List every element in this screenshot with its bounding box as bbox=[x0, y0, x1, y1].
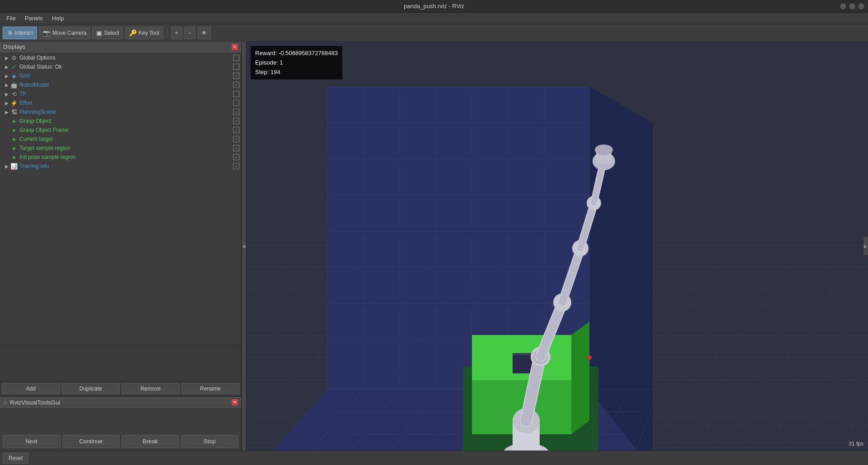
interact-button[interactable]: 🖱 Interact bbox=[3, 27, 37, 39]
duplicate-button[interactable]: Duplicate bbox=[62, 383, 120, 394]
effort-icon: ⚡ bbox=[10, 100, 18, 107]
bottom-bar: Reset bbox=[0, 451, 868, 465]
break-button[interactable]: Break bbox=[121, 435, 179, 448]
display-item-planningscene[interactable]: ▶ 🏗 PlanningScene ✓ bbox=[0, 107, 241, 116]
display-item-init-pose-sample-region[interactable]: ● Init pose sample region ✓ bbox=[0, 153, 241, 162]
info-overlay: Reward: -0.5068958372788483 Episode: 1 S… bbox=[251, 46, 342, 79]
move-camera-button[interactable]: 📷 Move Camera bbox=[39, 27, 90, 39]
displays-empty-area bbox=[0, 345, 241, 381]
continue-button[interactable]: Continue bbox=[62, 435, 120, 448]
menu-panels[interactable]: Panels bbox=[20, 14, 47, 23]
display-name-grid: Grid bbox=[19, 73, 233, 79]
display-item-grasp-object-frame[interactable]: ● Grasp Object Frame ✓ bbox=[0, 126, 241, 135]
interact-icon: 🖱 bbox=[7, 29, 13, 37]
display-name-planningscene: PlanningScene bbox=[19, 109, 233, 115]
training-info-icon: 📊 bbox=[10, 163, 18, 170]
window-title: panda_push.rviz - RViz bbox=[404, 3, 464, 9]
select-icon: ▣ bbox=[96, 29, 102, 37]
grasp-object-icon: ● bbox=[10, 117, 18, 125]
viewport[interactable]: Reward: -0.5068958372788483 Episode: 1 S… bbox=[246, 42, 868, 451]
plus-button[interactable]: + bbox=[171, 27, 182, 39]
display-item-training-info[interactable]: ▶ 📊 Training info ✓ bbox=[0, 162, 241, 171]
collapse-handle[interactable]: ◀ bbox=[242, 42, 246, 451]
select-button[interactable]: ▣ Select bbox=[92, 27, 123, 39]
rviz-gui-panel: ◇ RvizVisualToolsGui ✕ Next Continue Bre… bbox=[0, 396, 241, 451]
displays-close-button[interactable]: ✕ bbox=[232, 44, 238, 50]
display-item-global-status[interactable]: ▶ ✓ Global Status: Ok bbox=[0, 62, 241, 71]
camera-view-button[interactable]: 👁 bbox=[197, 27, 211, 39]
minus-button[interactable]: − bbox=[184, 27, 196, 39]
display-item-effort[interactable]: ▶ ⚡ Effort bbox=[0, 98, 241, 107]
expand-icon: ▶ bbox=[4, 101, 10, 106]
step-line: Step: 194 bbox=[255, 68, 338, 77]
display-item-target-sample-region[interactable]: ● Target sample region ✓ bbox=[0, 144, 241, 153]
display-item-current-target[interactable]: ● Current target ✓ bbox=[0, 135, 241, 144]
rviz-gui-icon: ◇ bbox=[3, 399, 7, 405]
reset-button[interactable]: Reset bbox=[3, 453, 28, 464]
expand-icon: ▶ bbox=[4, 65, 10, 70]
display-item-robotmodel[interactable]: ▶ 🤖 RobotModel ✓ bbox=[0, 80, 241, 89]
close-button[interactable]: ✕ bbox=[858, 3, 864, 9]
next-button[interactable]: Next bbox=[3, 435, 61, 448]
menu-help[interactable]: Help bbox=[47, 14, 69, 23]
grasp-object-frame-check[interactable]: ✓ bbox=[233, 127, 239, 133]
target-sample-region-check[interactable]: ✓ bbox=[233, 145, 239, 151]
remove-button[interactable]: Remove bbox=[121, 383, 180, 394]
step-value: 194 bbox=[271, 69, 280, 75]
robotmodel-check[interactable]: ✓ bbox=[233, 82, 239, 88]
reward-value: -0.5068958372788483 bbox=[279, 50, 338, 56]
planningscene-check[interactable]: ✓ bbox=[233, 109, 239, 115]
minimize-button[interactable]: — bbox=[840, 3, 846, 9]
display-name-current-target: Current target bbox=[19, 136, 233, 142]
init-pose-sample-region-icon: ● bbox=[10, 153, 18, 161]
key-tool-button[interactable]: 🔑 Key Tool bbox=[125, 27, 163, 39]
display-item-tf[interactable]: ▶ ⟲ TF bbox=[0, 89, 241, 98]
display-name-training-info: Training info bbox=[19, 163, 233, 169]
menubar: File Panels Help bbox=[0, 13, 868, 24]
display-name-tf: TF bbox=[19, 91, 233, 97]
display-name-grasp-object-frame: Grasp Object Frame bbox=[19, 127, 233, 133]
robotmodel-icon: 🤖 bbox=[10, 82, 18, 88]
step-label: Step: bbox=[255, 69, 271, 75]
global-status-check[interactable] bbox=[233, 64, 239, 70]
expand-icon: ▶ bbox=[4, 56, 10, 60]
display-name-robotmodel: RobotModel bbox=[19, 82, 233, 88]
displays-header: Displays ✕ bbox=[0, 42, 241, 52]
current-target-icon: ● bbox=[10, 135, 18, 143]
episode-value: 1 bbox=[280, 59, 283, 66]
expand-icon: ▶ bbox=[4, 110, 10, 115]
displays-header-left: Displays bbox=[3, 43, 25, 50]
display-item-grasp-object[interactable]: ● Grasp Object ✓ bbox=[0, 116, 241, 126]
rviz-gui-close-button[interactable]: ✕ bbox=[232, 399, 238, 405]
training-info-check[interactable]: ✓ bbox=[233, 163, 239, 169]
displays-buttons: Add Duplicate Remove Rename bbox=[0, 381, 241, 396]
tf-icon: ⟲ bbox=[10, 91, 18, 98]
rviz-gui-buttons: Next Continue Break Stop bbox=[0, 432, 241, 451]
rename-button[interactable]: Rename bbox=[182, 383, 240, 394]
grid-check[interactable]: ✓ bbox=[233, 73, 239, 79]
maximize-button[interactable]: □ bbox=[849, 3, 855, 9]
svg-marker-32 bbox=[589, 87, 653, 451]
menu-file[interactable]: File bbox=[2, 14, 20, 23]
grasp-object-check[interactable]: ✓ bbox=[233, 118, 239, 124]
svg-point-71 bbox=[587, 355, 592, 360]
camera-icon: 📷 bbox=[43, 29, 51, 37]
stop-button[interactable]: Stop bbox=[181, 435, 239, 448]
3d-scene bbox=[246, 42, 868, 451]
expand-icon: ▶ bbox=[4, 92, 10, 97]
current-target-check[interactable]: ✓ bbox=[233, 136, 239, 142]
tf-check[interactable] bbox=[233, 91, 239, 97]
init-pose-sample-region-check[interactable]: ✓ bbox=[233, 154, 239, 160]
planningscene-icon: 🏗 bbox=[10, 109, 18, 116]
right-collapse-handle[interactable]: ▶ bbox=[863, 237, 868, 255]
global-status-icon: ✓ bbox=[10, 63, 18, 70]
display-item-global-options[interactable]: ▶ ⚙ Global Options bbox=[0, 53, 241, 62]
titlebar-controls: — □ ✕ bbox=[840, 3, 864, 9]
display-name-global-options: Global Options bbox=[19, 55, 233, 61]
svg-rect-70 bbox=[513, 353, 533, 355]
display-item-grid[interactable]: ▶ ◈ Grid ✓ bbox=[0, 71, 241, 80]
add-button[interactable]: Add bbox=[2, 383, 60, 394]
toolbar-separator bbox=[167, 28, 168, 38]
global-options-check[interactable] bbox=[233, 55, 239, 61]
effort-check[interactable] bbox=[233, 100, 239, 106]
